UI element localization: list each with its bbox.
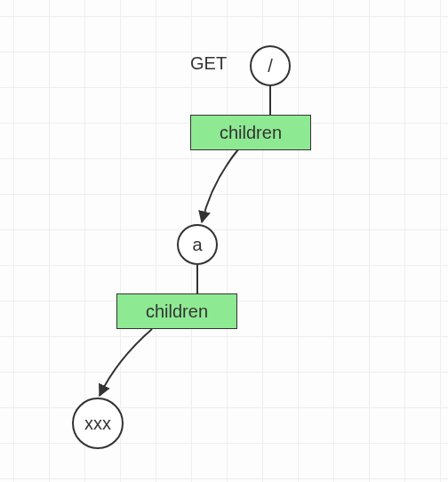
node-children-2[interactable]: children xyxy=(116,293,237,329)
node-a-label: a xyxy=(192,235,202,255)
node-root[interactable]: / xyxy=(250,45,291,86)
node-a[interactable]: a xyxy=(177,224,218,265)
node-children-1[interactable]: children xyxy=(190,115,311,150)
node-children-1-label: children xyxy=(220,123,282,143)
node-children-2-label: children xyxy=(146,301,208,322)
node-xxx-label: xxx xyxy=(84,414,111,434)
node-xxx[interactable]: xxx xyxy=(72,398,124,449)
root-side-label: GET xyxy=(190,53,227,74)
diagram-canvas: GET / children a children xxx xyxy=(0,0,448,482)
node-root-label: / xyxy=(268,56,273,76)
